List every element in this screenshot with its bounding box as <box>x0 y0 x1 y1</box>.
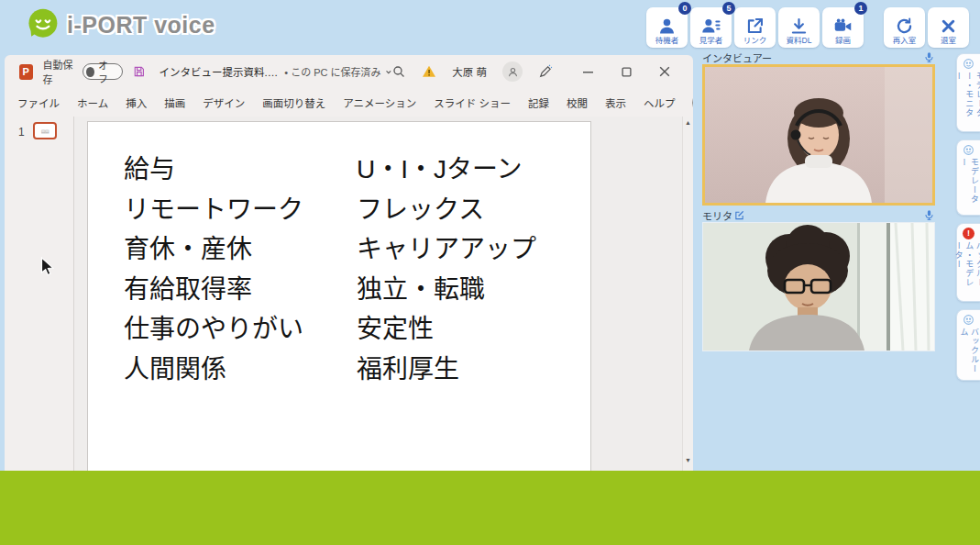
slide-text-item: 安定性 <box>357 309 536 350</box>
link-label: リンク <box>743 37 767 45</box>
record-button[interactable]: 1 録画 <box>822 7 864 48</box>
close-window-button[interactable] <box>645 58 684 85</box>
ribbon-tab-slideshow[interactable]: スライド ショー <box>434 95 511 110</box>
link-button[interactable]: リンク <box>734 7 776 48</box>
alert-badge-icon: ! <box>963 228 974 239</box>
leave-room-label: 退室 <box>941 37 956 45</box>
vertical-scrollbar[interactable]: ▲ ▼ <box>682 117 693 471</box>
tab-backroom-moderator[interactable]: ! バックルーム・モデレーター <box>956 223 980 302</box>
microphone-icon[interactable] <box>923 209 935 221</box>
minimize-button[interactable] <box>568 58 607 85</box>
pen-tool-icon[interactable] <box>538 64 553 79</box>
ribbon-tab-transitions[interactable]: 画面切り替え <box>262 95 325 110</box>
record-count-badge: 1 <box>854 2 867 15</box>
download-materials-button[interactable]: 資料DL <box>778 7 820 48</box>
waiting-room-label: 待機者 <box>655 37 679 45</box>
slide-text-left-column: 給与 リモートワーク 育休・産休 有給取得率 仕事のやりがい 人間関係 <box>124 150 303 389</box>
autosave-label: 自動保存 <box>43 57 78 86</box>
slide-number: 1 <box>18 126 25 139</box>
slide-text-item: フレックス <box>357 190 536 230</box>
titlebar-right-cluster: 大原 萌 <box>391 58 684 85</box>
save-status[interactable]: • この PC に保存済み <box>284 64 380 79</box>
ribbon-tab-animations[interactable]: アニメーション <box>343 95 416 110</box>
scroll-up-icon[interactable]: ▲ <box>683 119 693 126</box>
close-x-icon <box>939 17 958 36</box>
window-controls <box>568 58 684 85</box>
observers-label: 見学者 <box>699 37 723 45</box>
ribbon-right-buttons <box>692 92 693 114</box>
slide[interactable]: 給与 リモートワーク 育休・産休 有給取得率 仕事のやりがい 人間関係 U・I・… <box>87 121 591 471</box>
tab-label: モデレーター <box>958 158 979 208</box>
user-avatar[interactable] <box>502 61 523 82</box>
observers-button[interactable]: 5 見学者 <box>690 7 732 48</box>
save-icon[interactable] <box>133 64 146 79</box>
download-icon <box>789 17 809 36</box>
app-logo: i-PORT voice <box>24 6 215 43</box>
toggle-knob-icon <box>86 67 94 77</box>
logo-text: i-PORT voice <box>67 12 215 39</box>
autosave-toggle[interactable]: オフ <box>83 63 123 80</box>
app-header: i-PORT voice 0 待機者 5 見学者 リンク 資料DL <box>0 0 980 51</box>
logo-smiley-icon <box>24 6 61 43</box>
record-label: 録画 <box>835 37 851 45</box>
guest-video[interactable] <box>702 222 935 351</box>
person-icon <box>657 17 677 36</box>
tab-moderator-monitor[interactable]: モデレーター・モニター <box>956 53 980 132</box>
maximize-button[interactable] <box>607 58 645 85</box>
scroll-down-icon[interactable]: ▼ <box>683 457 693 463</box>
search-icon[interactable] <box>391 64 406 79</box>
user-name: 大原 萌 <box>452 64 487 79</box>
app-screen: i-PORT voice 0 待機者 5 見学者 リンク 資料DL <box>0 0 980 545</box>
slide-text-item: 有給取得率 <box>124 270 303 310</box>
slide-text-item: 育休・産休 <box>124 229 303 270</box>
interviewer-video-frame <box>705 67 932 203</box>
microphone-icon[interactable] <box>923 51 935 63</box>
header-toolbar: 0 待機者 5 見学者 リンク 資料DL 1 録画 <box>644 7 969 48</box>
ribbon-tab-home[interactable]: ホーム <box>77 95 108 110</box>
interviewer-name: インタビュアー <box>702 50 772 65</box>
waiting-count-badge: 0 <box>678 2 691 15</box>
tab-moderator[interactable]: モデレーター <box>956 139 980 216</box>
reenter-room-label: 再入室 <box>893 37 917 45</box>
guest-name: モリタ <box>702 208 732 223</box>
ribbon-tab-record[interactable]: 記録 <box>528 95 549 110</box>
autosave-state: オフ <box>98 58 115 85</box>
slide-text-item: 福利厚生 <box>357 350 536 390</box>
reenter-room-button[interactable]: 再入室 <box>884 7 925 48</box>
record-presentation-button[interactable] <box>692 92 693 114</box>
ribbon-tab-draw[interactable]: 描画 <box>164 95 185 110</box>
observers-count-badge: 5 <box>722 2 735 15</box>
smiley-icon <box>963 144 974 156</box>
video-panel: インタビュアー <box>702 51 935 351</box>
powerpoint-titlebar: P 自動保存 オフ インタビュー提示資料.… • この PC に保存済み 大原 … <box>5 55 693 88</box>
ribbon-tab-file[interactable]: ファイル <box>17 95 60 110</box>
tab-label: モデレーター・モニター <box>952 72 980 125</box>
tab-backroom[interactable]: バックルーム <box>956 309 980 381</box>
slide-thumbnail[interactable]: ▤▤ <box>33 122 57 139</box>
slide-canvas: 給与 リモートワーク 育休・産休 有給取得率 仕事のやりがい 人間関係 U・I・… <box>74 117 682 471</box>
leave-room-button[interactable]: 退室 <box>928 7 969 48</box>
slide-text-item: 独立・転職 <box>357 270 536 310</box>
ribbon-tab-design[interactable]: デザイン <box>203 95 245 110</box>
refresh-icon <box>895 17 914 36</box>
ribbon-tab-help[interactable]: ヘルプ <box>644 95 676 110</box>
guest-video-frame <box>703 223 934 350</box>
powerpoint-window: P 自動保存 オフ インタビュー提示資料.… • この PC に保存済み 大原 … <box>5 55 693 471</box>
slide-text-item: キャリアアップ <box>357 229 536 270</box>
waiting-room-button[interactable]: 0 待機者 <box>646 7 688 48</box>
ribbon-tab-insert[interactable]: 挿入 <box>126 95 147 110</box>
edit-name-icon[interactable] <box>734 210 744 220</box>
warning-icon <box>422 64 436 79</box>
avatar-person-icon <box>507 66 519 78</box>
powerpoint-workspace: 1 ▤▤ 給与 リモートワーク 育休・産休 有給取得率 仕事のやりがい 人間関係… <box>5 117 693 471</box>
interviewer-video[interactable] <box>702 64 935 206</box>
ribbon-tab-review[interactable]: 校閲 <box>567 95 588 110</box>
slide-text-item: 仕事のやりがい <box>124 309 303 350</box>
powerpoint-app-icon: P <box>19 64 33 80</box>
slide-text-item: U・I・Jターン <box>357 150 536 190</box>
external-link-icon <box>745 17 765 36</box>
ribbon-tab-view[interactable]: 表示 <box>605 95 626 110</box>
chevron-down-icon <box>385 68 392 76</box>
guest-label-row: モリタ <box>702 209 935 221</box>
smiley-icon <box>963 314 974 326</box>
